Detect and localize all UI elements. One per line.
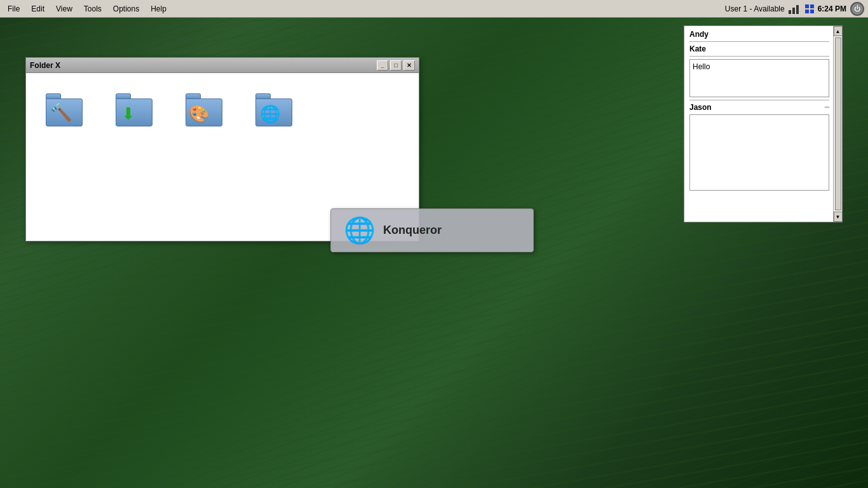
close-button[interactable]: ✕	[403, 60, 415, 71]
chat-message-text: Hello	[693, 62, 710, 71]
menu-help[interactable]: Help	[146, 3, 172, 15]
chat-section-jason: Jason ─	[689, 103, 829, 112]
menu-view[interactable]: View	[51, 3, 78, 15]
chat-divider-kate	[689, 56, 829, 57]
paint-icon: 🎨	[189, 104, 209, 124]
signal-icon	[789, 4, 801, 14]
folder-titlebar[interactable]: Folder X _ □ ✕	[26, 58, 419, 73]
tooltip-popup[interactable]: 🌐 Konqueror	[330, 208, 534, 252]
grid-icon	[805, 4, 814, 13]
chat-divider-msg	[689, 100, 829, 100]
menubar: File Edit View Tools Options Help User 1…	[0, 0, 868, 18]
folder-icon-web[interactable]: 🌐	[248, 86, 299, 126]
tooltip-globe-icon: 🌐	[344, 215, 376, 245]
folder-web-img: 🌐	[254, 86, 294, 126]
globe-icon: 🌐	[260, 104, 280, 124]
chat-content: Andy Kate Hello Jason ─	[684, 26, 842, 222]
maximize-button[interactable]: □	[390, 60, 402, 71]
power-button[interactable]: ⏻	[850, 2, 864, 16]
menu-file[interactable]: File	[3, 3, 25, 15]
folder-tab	[255, 93, 271, 98]
hammer-icon: 🔨	[50, 102, 72, 123]
folder-icon-tools[interactable]: 🔨	[39, 86, 90, 126]
folder-paint-img: 🎨	[184, 86, 224, 126]
chat-jason-area[interactable]	[689, 114, 829, 191]
folder-controls: _ □ ✕	[377, 60, 415, 71]
system-clock: 6:24 PM	[818, 4, 846, 13]
tooltip-label: Konqueror	[383, 224, 442, 237]
chat-user-kate[interactable]: Kate	[689, 44, 829, 53]
menu-tools[interactable]: Tools	[79, 3, 107, 15]
folder-tab	[46, 93, 61, 98]
folder-icon-paint[interactable]: 🎨	[179, 86, 229, 126]
chat-user-jason[interactable]: Jason	[689, 103, 822, 112]
menubar-left: File Edit View Tools Options Help	[0, 3, 174, 15]
folder-icon-download[interactable]: ⬇	[109, 86, 159, 126]
chat-message-box[interactable]: Hello	[689, 59, 829, 97]
folder-tools-img: 🔨	[44, 86, 85, 126]
menubar-right: User 1 - Available 6:24 PM ⏻	[725, 2, 868, 16]
folder-tab	[116, 93, 131, 98]
menu-options[interactable]: Options	[108, 3, 144, 15]
desktop: File Edit View Tools Options Help User 1…	[0, 0, 868, 488]
chat-scrollbar[interactable]: ▲ ▼	[833, 26, 842, 222]
menu-edit[interactable]: Edit	[26, 3, 50, 15]
user-status: User 1 - Available	[725, 4, 785, 13]
folder-download-img: ⬇	[114, 86, 154, 126]
scroll-thumb[interactable]	[835, 37, 841, 210]
folder-title: Folder X	[30, 61, 377, 70]
folder-tab	[186, 93, 201, 98]
chat-divider-andy	[689, 41, 829, 42]
chat-user-andy[interactable]: Andy	[689, 30, 829, 39]
chat-minimize-jason[interactable]: ─	[825, 104, 829, 111]
scroll-up-arrow[interactable]: ▲	[834, 26, 843, 36]
minimize-button[interactable]: _	[377, 60, 388, 71]
scroll-down-arrow[interactable]: ▼	[834, 212, 843, 222]
download-icon: ⬇	[121, 104, 135, 124]
chat-panel: Andy Kate Hello Jason ─ ▲ ▼	[684, 25, 843, 222]
